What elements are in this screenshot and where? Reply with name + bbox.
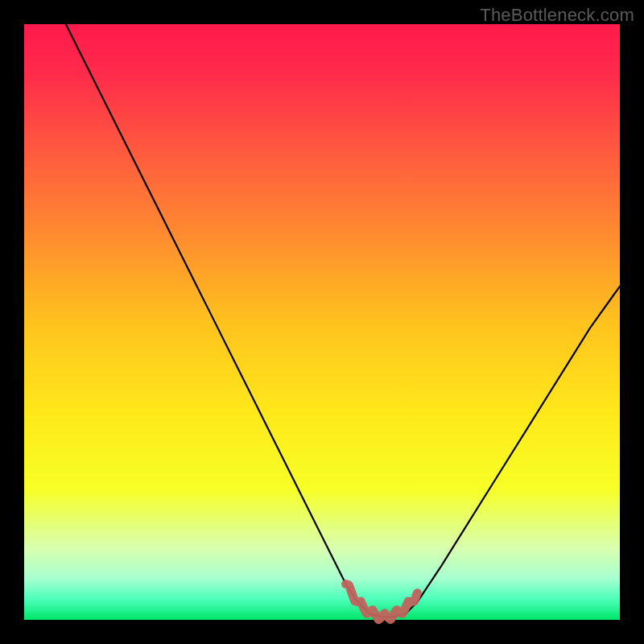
chart-frame: TheBottleneck.com: [0, 0, 644, 644]
plot-background: [24, 24, 620, 620]
bottleneck-chart: [0, 0, 644, 644]
